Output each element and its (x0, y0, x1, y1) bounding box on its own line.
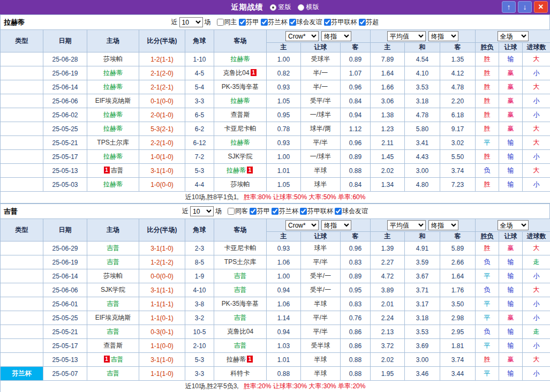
score-cell: 1-2(1-2) (139, 255, 185, 269)
date-cell: 25-05-13 (43, 164, 87, 178)
score-cell: 5-3(2-1) (139, 122, 185, 136)
league-label: 球会友谊 (342, 207, 368, 216)
same-venue-filter[interactable]: 同主 (215, 18, 237, 27)
league-checkbox[interactable] (239, 19, 246, 26)
league-checkbox[interactable] (250, 208, 257, 215)
avg-home-cell: 1.45 (371, 150, 405, 164)
radio-vertical-label: 竖版 (278, 3, 291, 12)
league-filter[interactable]: 芬兰杯 (259, 18, 288, 27)
league-filter[interactable]: 芬甲联杯 (322, 18, 357, 27)
league-cell: 芬甲 (1, 52, 43, 66)
away-team-cell: 克鲁比04 (214, 325, 267, 339)
avg-draw-cell: 4.43 (405, 150, 440, 164)
date-cell: 25-05-17 (43, 339, 87, 353)
league-filter[interactable]: 球会友谊 (333, 207, 368, 216)
odds-stage-select-2[interactable]: 终指 (428, 31, 458, 41)
league-checkbox[interactable] (335, 208, 342, 215)
avg-draw-cell: 3.59 (405, 255, 440, 269)
goals-cell: 小 (523, 297, 550, 311)
home-team-cell: 拉赫蒂 (87, 108, 139, 122)
avg-home-cell: 7.89 (371, 52, 405, 66)
radio-horizontal-layout[interactable]: 横版 (298, 3, 319, 12)
league-checkbox[interactable] (261, 19, 268, 26)
league-filter[interactable]: 芬甲 (237, 18, 259, 27)
league-cell: 芬甲 (1, 255, 43, 269)
league-checkbox[interactable] (289, 19, 296, 26)
match-scope-select[interactable]: 全场 (498, 220, 529, 230)
radio-selected-icon (270, 4, 276, 11)
close-button[interactable]: × (534, 1, 548, 13)
odds-stage-select[interactable]: 终指 (321, 31, 351, 41)
away-odds-cell: 0.88 (341, 164, 371, 178)
match-count-select[interactable]: 10 (179, 17, 203, 27)
bookmaker-select[interactable]: Crow* (285, 31, 319, 41)
away-team-cell: 吉普 (214, 269, 267, 283)
goals-cell: 小 (523, 150, 550, 164)
away-team-cell: 拉赫蒂 (214, 94, 267, 108)
move-up-button[interactable]: ↑ (502, 1, 516, 13)
avg-draw-cell: 3.46 (405, 367, 440, 381)
title-bar-center: 近期战绩 竖版 横版 (0, 3, 550, 12)
away-odds-cell: 0.89 (341, 52, 371, 66)
match-scope-select[interactable]: 全场 (498, 31, 529, 41)
avg-draw-cell: 3.41 (405, 136, 440, 150)
league-checkbox[interactable] (359, 19, 366, 26)
avg-away-cell: 5.89 (440, 242, 476, 255)
away-team-cell: SJK学院 (214, 150, 267, 164)
odds-stage-select-2[interactable]: 终指 (428, 220, 458, 230)
home-team-cell: EIF埃克纳斯 (87, 94, 139, 108)
away-team-cell: 拉赫蒂1 (214, 164, 267, 178)
average-select[interactable]: 平均值 (387, 31, 426, 41)
home-team-cell: 莎埃帕 (87, 52, 139, 66)
league-filter[interactable]: 球会友谊 (288, 18, 322, 27)
bookmaker-select[interactable]: Crow* (285, 220, 319, 230)
away-team-cell: 吉普 (214, 283, 267, 297)
same-venue-checkbox[interactable] (228, 208, 235, 215)
odds-stage-select[interactable]: 终指 (321, 220, 351, 230)
move-down-button[interactable]: ↓ (518, 1, 532, 13)
league-label: 芬甲 (246, 18, 259, 27)
avg-draw-cell: 4.54 (405, 52, 440, 66)
league-checkbox[interactable] (272, 208, 278, 215)
same-venue-checkbox[interactable] (217, 19, 224, 26)
result-cell: 胜 (476, 52, 499, 66)
league-filter[interactable]: 芬超 (357, 18, 379, 27)
average-select[interactable]: 平均值 (387, 220, 426, 230)
avg-draw-cell: 3.18 (405, 94, 440, 108)
league-cell: 芬甲 (1, 178, 43, 192)
red-card-badge: 1 (247, 167, 253, 174)
avg-draw-cell: 4.10 (405, 66, 440, 80)
corners-cell: 3-8 (185, 297, 214, 311)
match-row: 芬甲25-06-06SJK学院3-1(1-1)4-10吉普0.94受半/一0.9… (1, 283, 550, 297)
filter-suffix-label: 场 (215, 207, 222, 216)
radio-vertical-layout[interactable]: 竖版 (270, 3, 291, 12)
score-cell: 2-0(1-0) (139, 108, 185, 122)
handicap-result-cell: 输 (499, 52, 523, 66)
league-filter[interactable]: 芬兰杯 (270, 207, 298, 216)
league-filter[interactable]: 芬甲 (248, 207, 270, 216)
team-label: 克鲁比04 (223, 69, 249, 77)
team-label: 吉普 (111, 356, 124, 363)
match-row: 芬兰杯25-05-07吉普1-1(1-0)3-3科特卡0.88半球0.881.9… (1, 367, 550, 381)
home-team-cell: 吉普 (87, 325, 139, 339)
col-header-avg-home: 主 (371, 43, 405, 52)
league-checkbox[interactable] (324, 19, 331, 26)
filter-prefix-label: 近 (182, 207, 189, 216)
result-cell: 平 (476, 339, 499, 353)
corners-cell: 6-2 (185, 122, 214, 136)
avg-away-cell: 3.50 (440, 297, 476, 311)
radio-horizontal-label: 横版 (306, 3, 319, 12)
match-count-select[interactable]: 10 (190, 206, 214, 216)
avg-home-cell: 1.23 (371, 122, 405, 136)
league-filter[interactable]: 芬甲联杯 (298, 207, 333, 216)
home-team-cell: 拉赫蒂 (87, 178, 139, 192)
avg-away-cell: 2.20 (440, 94, 476, 108)
avg-home-cell: 3.06 (371, 94, 405, 108)
rows-body: 芬甲25-06-29吉普3-1(1-0)2-3卡亚尼卡帕0.93球半0.961.… (1, 242, 550, 381)
team-section: 拉赫蒂 近 10 场 同主 芬甲芬兰杯球会友谊芬甲联杯芬超 (0, 14, 550, 203)
same-venue-filter[interactable]: 同客 (226, 207, 248, 216)
handicap-result-cell: 赢 (499, 353, 523, 367)
matches-table: 类型 日期 主场 比分(半场) 角球 客场 Crow*终指 平均值终指 全场 (0, 29, 550, 203)
league-checkbox[interactable] (300, 208, 307, 215)
handicap-cell: 球半 (301, 242, 341, 255)
